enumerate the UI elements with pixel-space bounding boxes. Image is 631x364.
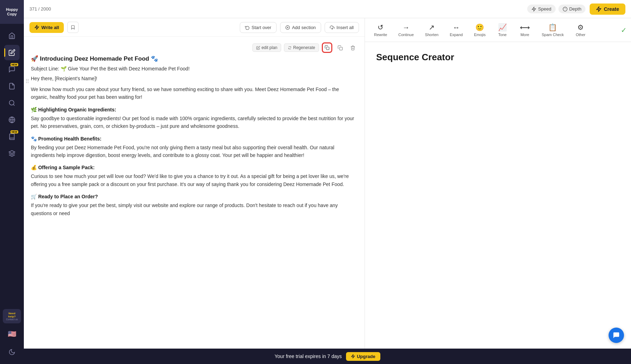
regenerate-label: Regenerate	[293, 45, 315, 50]
other-icon: ⚙	[577, 23, 584, 32]
emojis-label: Emojis	[474, 33, 486, 37]
sidebar-item-theme[interactable]	[4, 344, 20, 360]
speed-depth-controls: Speed Depth	[527, 5, 585, 13]
depth-button[interactable]: Depth	[558, 5, 586, 13]
email-section4-para: If you're ready to give your pet the bes…	[31, 201, 358, 217]
svg-marker-4	[9, 151, 15, 153]
email-section1-heading: 🌿 Highlighting Organic Ingredients:	[31, 107, 358, 112]
spam-check-icon: 📋	[548, 23, 557, 32]
other-button[interactable]: ⚙ Other	[570, 21, 591, 39]
speed-button[interactable]: Speed	[527, 5, 556, 13]
email-section2-heading: 🐾 Promoting Health Benefits:	[31, 136, 358, 142]
insert-all-button[interactable]: Insert all	[325, 22, 359, 33]
continue-icon: →	[402, 23, 409, 32]
main-area: 371 / 2000 Speed Depth Create Write	[24, 0, 631, 364]
expand-icon: ↔	[453, 23, 460, 32]
sidebar-nav: NEW NEW	[4, 24, 20, 309]
tone-label: Tone	[498, 33, 507, 37]
tone-icon: 📈	[498, 23, 507, 32]
edit-plan-button[interactable]: edit plan	[252, 43, 281, 52]
rewrite-icon: ↺	[378, 23, 384, 32]
add-section-button[interactable]: Add section	[280, 22, 321, 33]
upgrade-button[interactable]: Upgrade	[346, 352, 380, 361]
expand-button[interactable]: ↔ Expand	[445, 21, 468, 39]
email-subject: Subject Line: 🌱 Give Your Pet the Best w…	[31, 66, 358, 71]
sidebar-item-library[interactable]: NEW	[4, 129, 20, 144]
more-icon: ⟷	[520, 23, 530, 32]
sidebar-item-chat[interactable]: NEW	[4, 62, 20, 77]
sidebar: Hoppy Copy NEW NEW	[0, 0, 24, 364]
depth-label: Depth	[569, 6, 582, 12]
library-new-badge: NEW	[11, 130, 18, 133]
section-toolbar: edit plan Regenerate	[31, 42, 358, 53]
svg-marker-9	[597, 7, 601, 11]
email-section2-para: By feeding your pet Deez Homemade Pet Fo…	[31, 144, 358, 159]
create-button[interactable]: Create	[590, 4, 625, 15]
email-section4-heading: 🛒 Ready to Place an Order?	[31, 194, 358, 199]
right-content: Sequence Creator	[365, 42, 631, 364]
trial-text: Your free trial expires in 7 days	[274, 353, 342, 359]
sidebar-item-home[interactable]	[4, 28, 20, 43]
drag-handle[interactable]: ⠿	[25, 78, 29, 85]
insert-all-label: Insert all	[337, 25, 354, 30]
bookmark-button[interactable]	[67, 22, 79, 33]
spam-check-button[interactable]: 📋 Spam Check	[537, 21, 569, 39]
svg-marker-5	[532, 7, 536, 11]
add-section-label: Add section	[292, 25, 316, 30]
rewrite-label: Rewrite	[374, 33, 387, 37]
expand-label: Expand	[450, 33, 463, 37]
sidebar-item-flag[interactable]: 🇺🇸	[4, 326, 20, 342]
email-section3-para: Curious to see how much your pet will lo…	[31, 172, 358, 188]
svg-rect-15	[326, 47, 329, 50]
sidebar-item-search[interactable]	[4, 95, 20, 111]
sidebar-item-templates[interactable]	[4, 112, 20, 128]
bottom-banner: Your free trial expires in 7 days Upgrad…	[24, 349, 631, 364]
email-section3-heading: 💰 Offering a Sample Pack:	[31, 165, 358, 170]
more-label: More	[521, 33, 529, 37]
email-intro-para: We know how much you care about your fur…	[31, 85, 358, 101]
emojis-icon: 🙂	[475, 23, 484, 32]
continue-button[interactable]: → Continue	[393, 21, 419, 39]
write-all-button[interactable]: Write all	[29, 22, 64, 33]
spam-check-label: Spam Check	[542, 33, 564, 37]
copy-button[interactable]	[322, 42, 332, 53]
email-title: 🚀 Introducing Deez Homemade Pet Food 🐾	[31, 55, 358, 62]
start-over-label: Start over	[252, 25, 271, 30]
sidebar-item-edit[interactable]	[4, 45, 20, 60]
svg-rect-16	[339, 47, 342, 50]
create-label: Create	[604, 6, 619, 12]
shorten-icon: ↗	[429, 23, 435, 32]
content-split: Write all Start over Add section Insert …	[24, 18, 631, 364]
more-button[interactable]: ⟷ More	[514, 21, 535, 39]
continue-label: Continue	[398, 33, 414, 37]
logo-line1: Hoppy	[6, 7, 18, 12]
app-logo[interactable]: Hoppy Copy	[0, 0, 24, 24]
sidebar-item-documents[interactable]	[4, 78, 20, 94]
svg-line-1	[13, 104, 15, 106]
regenerate-button[interactable]: Regenerate	[284, 43, 319, 52]
svg-marker-10	[35, 25, 39, 29]
left-panel: Write all Start over Add section Insert …	[24, 18, 365, 364]
duplicate-button[interactable]	[335, 43, 345, 53]
right-panel: ↺ Rewrite → Continue ↗ Shorten ↔ Expand …	[365, 18, 631, 364]
word-count: 371 / 2000	[29, 6, 51, 12]
chat-bubble[interactable]	[609, 328, 624, 343]
need-help-button[interactable]: Need help? Contact us	[3, 309, 21, 323]
tone-button[interactable]: 📈 Tone	[492, 21, 513, 39]
delete-button[interactable]	[348, 43, 358, 53]
checkmark-icon: ✓	[621, 26, 627, 34]
edit-plan-label: edit plan	[262, 45, 277, 50]
sidebar-item-layers[interactable]	[4, 146, 20, 161]
write-all-label: Write all	[41, 25, 59, 30]
svg-marker-17	[351, 355, 354, 358]
upgrade-label: Upgrade	[357, 354, 375, 359]
emojis-button[interactable]: 🙂 Emojis	[469, 21, 490, 39]
svg-point-0	[9, 101, 14, 105]
shorten-button[interactable]: ↗ Shorten	[420, 21, 443, 39]
rewrite-button[interactable]: ↺ Rewrite	[369, 21, 392, 39]
email-content: ⠿ edit plan Regenerate	[24, 37, 365, 364]
other-label: Other	[576, 33, 585, 37]
start-over-button[interactable]: Start over	[240, 22, 277, 33]
logo-line2: Copy	[6, 12, 18, 16]
right-panel-title: Sequence Creator	[376, 52, 620, 63]
